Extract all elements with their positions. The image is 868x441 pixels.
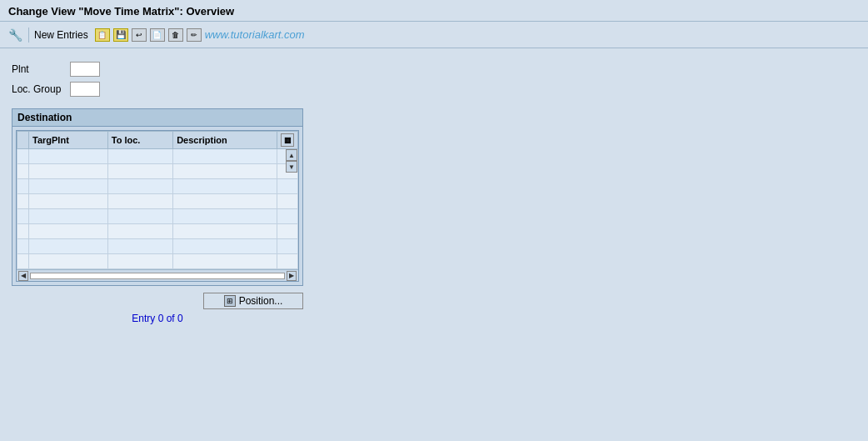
row-selector-2[interactable]	[17, 164, 29, 179]
cell-targplnt-1	[29, 149, 108, 164]
cell-desc-2	[173, 164, 277, 179]
cell-toloc-1	[107, 149, 172, 164]
cell-desc-6	[173, 224, 277, 239]
cell-desc-3	[173, 179, 277, 194]
loc-group-row: Loc. Group	[12, 82, 856, 97]
filter-section: Plnt Loc. Group	[12, 62, 856, 97]
cell-targplnt-5	[29, 209, 108, 224]
plant-input[interactable]	[70, 62, 100, 77]
main-content: Plnt Loc. Group Destination TargPlnt To …	[0, 48, 868, 338]
cell-extra-5: ▲ ▼	[277, 209, 298, 224]
cell-targplnt-7	[29, 239, 108, 254]
table-row: ▲ ▼	[17, 209, 298, 224]
table-row	[17, 224, 298, 239]
destination-panel: Destination TargPlnt To loc. Description…	[12, 108, 303, 286]
scroll-up-btn[interactable]: ▲	[286, 149, 297, 161]
loc-group-label: Loc. Group	[12, 83, 70, 95]
table-row	[17, 194, 298, 209]
h-scroll-right-btn[interactable]: ▶	[287, 271, 297, 281]
col-toloc-header: To loc.	[107, 132, 172, 149]
cell-targplnt-6	[29, 224, 108, 239]
delete-icon[interactable]: 🗑	[168, 28, 183, 42]
new-entries-label: New Entries	[34, 29, 88, 41]
cell-extra-3	[277, 179, 298, 194]
table-row	[17, 239, 298, 254]
row-selector-5[interactable]	[17, 209, 29, 224]
h-scroll-track[interactable]	[30, 273, 285, 279]
plant-label: Plnt	[12, 63, 70, 75]
cell-desc-4	[173, 194, 277, 209]
position-btn-icon: ⊞	[224, 295, 236, 307]
cell-toloc-4	[107, 194, 172, 209]
plant-row: Plnt	[12, 62, 856, 77]
cell-extra-7	[277, 239, 298, 254]
undo-icon[interactable]: ↩	[132, 28, 147, 42]
page-title: Change View "Move Time Matrix": Overview	[8, 5, 860, 18]
col-config-header: ▦	[277, 132, 298, 149]
cell-toloc-2	[107, 164, 172, 179]
watermark-text: www.tutorialkart.com	[205, 28, 305, 41]
cell-targplnt-8	[29, 254, 108, 269]
save-icon[interactable]: 💾	[113, 28, 128, 42]
cell-toloc-6	[107, 224, 172, 239]
cell-targplnt-2	[29, 164, 108, 179]
copy-icon[interactable]: 📄	[150, 28, 165, 42]
row-selector-8[interactable]	[17, 254, 29, 269]
entry-count-text: Entry 0 of 0	[12, 313, 303, 324]
table-row	[17, 149, 298, 164]
title-bar: Change View "Move Time Matrix": Overview	[0, 0, 868, 22]
col-description-header: Description	[173, 132, 277, 149]
cell-extra-8	[277, 254, 298, 269]
cell-toloc-7	[107, 239, 172, 254]
col-targplnt-header: TargPlnt	[29, 132, 108, 149]
h-scroll-area: ◀ ▶	[17, 269, 298, 281]
column-config-icon[interactable]: ▦	[281, 133, 294, 147]
row-selector-1[interactable]	[17, 149, 29, 164]
cell-desc-7	[173, 239, 277, 254]
new-entries-icon[interactable]: 📋	[95, 28, 110, 42]
destination-table: TargPlnt To loc. Description ▦	[17, 131, 298, 269]
table-header-row: TargPlnt To loc. Description ▦	[17, 132, 298, 149]
action-section: ⊞ Position... Entry 0 of 0	[12, 293, 303, 324]
cell-extra-6	[277, 224, 298, 239]
cell-toloc-3	[107, 179, 172, 194]
wrench-icon[interactable]: 🔧	[7, 27, 23, 43]
h-scroll-left-btn[interactable]: ◀	[18, 271, 28, 281]
row-selector-6[interactable]	[17, 224, 29, 239]
col-selector-header	[17, 132, 29, 149]
cell-desc-5	[173, 209, 277, 224]
position-btn-label: Position...	[239, 295, 283, 307]
table-row	[17, 164, 298, 179]
cell-desc-1	[173, 149, 277, 164]
cell-extra-4	[277, 194, 298, 209]
cell-desc-8	[173, 254, 277, 269]
edit-icon[interactable]: ✏	[187, 28, 202, 42]
toolbar: 🔧 New Entries 📋 💾 ↩ 📄 🗑 ✏ www.tutorialka…	[0, 22, 868, 48]
row-selector-7[interactable]	[17, 239, 29, 254]
dest-table-wrapper: TargPlnt To loc. Description ▦	[16, 130, 299, 282]
row-selector-3[interactable]	[17, 179, 29, 194]
table-row	[17, 254, 298, 269]
destination-header: Destination	[12, 109, 302, 127]
cell-toloc-5	[107, 209, 172, 224]
row-selector-4[interactable]	[17, 194, 29, 209]
position-button[interactable]: ⊞ Position...	[203, 293, 303, 309]
destination-content: TargPlnt To loc. Description ▦	[12, 127, 302, 285]
cell-targplnt-4	[29, 194, 108, 209]
cell-targplnt-3	[29, 179, 108, 194]
cell-toloc-8	[107, 254, 172, 269]
table-row	[17, 179, 298, 194]
separator-1	[28, 28, 29, 43]
loc-group-input[interactable]	[70, 82, 100, 97]
scroll-down-btn[interactable]: ▼	[286, 161, 297, 173]
